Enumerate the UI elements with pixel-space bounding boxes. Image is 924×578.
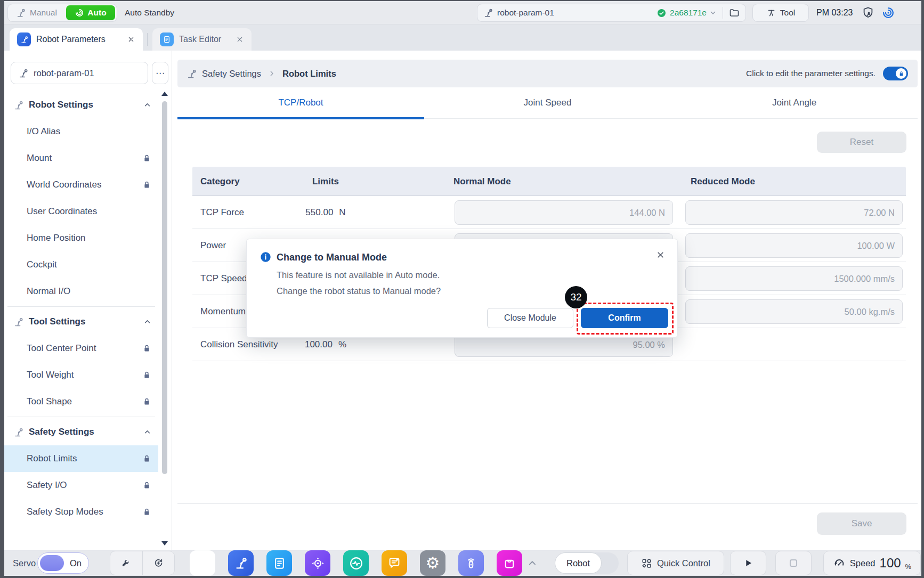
manual-mode-label: Manual [30,8,57,18]
scroll-up-arrow[interactable] [161,92,168,96]
item-label: Home Position [27,233,86,243]
chevron-down-icon[interactable] [709,9,717,17]
jog-app-button[interactable] [305,550,330,576]
shield-user-icon[interactable] [861,6,875,20]
lock-icon [142,344,152,354]
reduced-mode-input[interactable] [685,299,903,324]
sidebar-item-mount[interactable]: Mount [4,145,158,172]
utility-button-group [110,551,175,575]
play-button[interactable] [730,551,766,575]
limit-value: 100.00 [305,339,333,350]
scrollbar-thumb[interactable] [162,101,167,474]
stop-button[interactable] [775,551,812,575]
param-name-field[interactable]: robot-param-01 [11,62,148,84]
sidebar-scrollbar[interactable] [161,92,168,546]
breadcrumb-page: Robot Limits [282,69,336,79]
save-button[interactable]: Save [817,512,906,535]
normal-mode-input[interactable] [455,200,673,225]
tool-stand-icon [766,8,776,18]
reduced-mode-input[interactable] [685,266,903,291]
robot-mode-pill[interactable]: Robot [555,552,619,574]
row-limit: 550.00 N [272,196,379,229]
confirm-button[interactable]: Confirm [581,308,668,328]
sidebar-item-normal-io[interactable]: Normal I/O [4,278,158,305]
sidebar-item-tool-center-point[interactable]: Tool Center Point [4,335,158,362]
robot-parameters-app-button[interactable] [228,550,254,576]
tab-task-editor[interactable]: Task Editor [152,28,252,51]
robot-manual-icon [15,7,26,18]
store-app-button[interactable] [497,550,522,576]
chevron-up-icon[interactable] [143,428,152,437]
robot-icon [186,68,197,79]
monitoring-app-button[interactable] [343,550,369,576]
robot-icon [13,316,24,328]
sidebar-section-safety-settings[interactable]: Safety Settings [4,419,158,445]
item-label: User Coordinates [27,206,97,217]
sidebar-item-world-coordinates[interactable]: World Coordinates [4,172,158,198]
ellipsis-icon: ⋯ [156,68,165,79]
home-app-button[interactable] [190,550,215,576]
sidebar-item-safety-io[interactable]: Safety I/O [4,472,158,499]
auto-mode-button[interactable]: Auto [66,5,115,20]
row-category: Power [200,229,226,262]
settings-app-button[interactable]: ⚙ [420,550,445,576]
sidebar-item-safety-stop-modes[interactable]: Safety Stop Modes [4,499,158,525]
sidebar-item-tool-weight[interactable]: Tool Weight [4,362,158,388]
sidebar-section-tool-settings[interactable]: Tool Settings [4,308,158,335]
lock-icon [142,481,152,491]
item-label: Tool Shape [27,396,72,407]
sidebar-item-home-position[interactable]: Home Position [4,225,158,251]
sidebar-item-robot-limits[interactable]: Robot Limits [4,445,158,472]
dialog-close-button[interactable] [655,250,666,260]
edit-lock-toggle[interactable] [883,67,908,80]
remote-control-app-button[interactable] [458,550,484,576]
tab-joint-angle[interactable]: Joint Angle [671,87,918,118]
quick-control-button[interactable]: Quick Control [627,551,724,575]
sidebar-item-io-alias[interactable]: I/O Alias [4,118,158,145]
tool-button[interactable]: Tool [752,4,809,22]
manual-mode-button[interactable]: Manual [8,4,64,21]
item-label: World Coordinates [27,180,101,190]
lock-icon [142,370,152,380]
close-icon[interactable] [127,35,135,44]
folder-open-icon[interactable] [728,7,740,19]
wrench-button[interactable] [110,551,142,575]
dock-collapse-chevron-icon[interactable] [526,557,538,569]
parameter-file-pill[interactable]: robot-param-01 2a68171e [477,4,746,22]
tab-joint-speed[interactable]: Joint Speed [424,87,671,118]
table-row-tcp-force: TCP Force 550.00 N [192,196,906,229]
scroll-down-arrow[interactable] [161,541,168,546]
speed-value: 100 [880,556,901,571]
log-app-button[interactable] [382,550,407,576]
swirl-icon[interactable] [881,6,895,20]
servo-toggle[interactable]: On [37,552,89,574]
breadcrumb-section[interactable]: Safety Settings [202,69,261,79]
more-options-button[interactable]: ⋯ [152,62,168,84]
breadcrumb-bar: Safety Settings Robot Limits Click to ed… [177,60,918,87]
refresh-add-button[interactable] [142,551,175,575]
topbar-right-cluster: robot-param-01 2a68171e Tool PM 03:23 [477,4,919,22]
reduced-mode-input[interactable] [685,200,903,225]
mode-switch: Manual Auto [7,4,117,22]
chevron-up-icon[interactable] [143,318,152,327]
parameter-file-name: robot-param-01 [497,8,554,18]
sidebar-item-user-coordinates[interactable]: User Coordinates [4,198,158,225]
limit-value: 550.00 [305,207,333,218]
sidebar-section-robot-settings[interactable]: Robot Settings [4,92,158,118]
speed-label: Speed [850,558,876,568]
close-icon[interactable] [236,35,244,44]
reset-button[interactable]: Reset [817,132,906,153]
task-editor-app-button[interactable] [266,550,292,576]
chevron-up-icon[interactable] [143,101,152,110]
lock-icon [142,180,152,190]
sidebar-item-cockpit[interactable]: Cockpit [4,251,158,278]
tab-tcp-robot[interactable]: TCP/Robot [177,87,424,118]
edit-hint-text: Click to edit the parameter settings. [746,69,876,78]
reduced-mode-input[interactable] [685,233,903,258]
tab-robot-parameters[interactable]: Robot Parameters [10,28,143,51]
speed-control[interactable]: Speed 100 % [823,551,921,575]
sidebar-item-tool-shape[interactable]: Tool Shape [4,388,158,415]
column-header-category: Category [200,167,240,196]
close-module-button[interactable]: Close Module [487,308,573,328]
bottom-dock-bar: Servo On [4,550,921,576]
